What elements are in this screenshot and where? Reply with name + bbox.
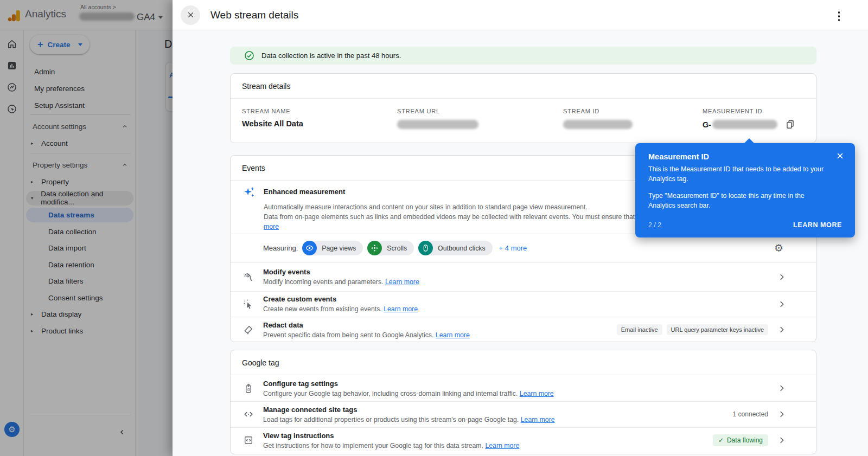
web-stream-details-panel: Web stream details Data collection is ac…: [173, 0, 868, 456]
chevron-right-icon: [777, 409, 787, 419]
email-status-badge: Email inactive: [617, 324, 662, 335]
configure-tag-settings-row[interactable]: G Configure tag settings Configure your …: [231, 375, 816, 401]
learn-more-link[interactable]: Learn more: [521, 416, 555, 423]
check-circle-icon: [244, 50, 254, 61]
tooltip-pagination: 2 / 2: [648, 221, 661, 229]
tooltip-title: Measurement ID: [648, 152, 842, 161]
enhanced-measurement-settings-icon[interactable]: ⚙: [774, 243, 783, 253]
tag-instructions-icon: [243, 435, 254, 446]
more-chips-link[interactable]: + 4 more: [499, 244, 527, 252]
connected-tags-icon: [243, 409, 254, 420]
eraser-icon: [243, 324, 254, 335]
card-title: Stream details: [231, 74, 816, 99]
check-icon: ✓: [718, 436, 724, 444]
mouse-icon: [418, 241, 433, 255]
chevron-right-icon: [777, 383, 787, 393]
modal-scrim[interactable]: [0, 0, 173, 456]
stream-name-value: Website All Data: [242, 119, 397, 128]
connected-count: 1 connected: [733, 410, 768, 418]
gesture-icon: [243, 272, 254, 282]
chip-scrolls[interactable]: Scrolls: [367, 241, 414, 255]
sparkle-icon: [243, 186, 256, 232]
redact-data-row[interactable]: Redact data Prevent specific data from b…: [231, 317, 816, 343]
chevron-right-icon: [777, 435, 787, 445]
tooltip-arrow: [744, 138, 754, 143]
url-query-status-badge: URL query parameter keys inactive: [667, 324, 768, 335]
close-button[interactable]: [181, 5, 200, 25]
chevron-right-icon: [777, 272, 787, 282]
view-tag-instructions-row[interactable]: View tag instructions Get instructions f…: [231, 427, 816, 453]
learn-more-link[interactable]: Learn more: [520, 390, 554, 397]
measuring-label: Measuring:: [263, 244, 298, 252]
modify-events-row[interactable]: Modify events Modify incoming events and…: [231, 262, 816, 291]
scroll-icon: [367, 241, 382, 255]
data-flowing-badge: ✓ Data flowing: [713, 434, 768, 446]
redacted-stream-url: [397, 120, 478, 129]
tooltip-body-2: Type "Measurement ID" to locate this any…: [648, 191, 830, 211]
learn-more-link[interactable]: Learn more: [385, 278, 419, 286]
google-tag-icon: G: [243, 383, 254, 394]
learn-more-link[interactable]: Learn more: [436, 331, 470, 339]
stream-details-card: Stream details STREAM NAME Website All D…: [230, 73, 816, 143]
data-collection-banner: Data collection is active in the past 48…: [230, 47, 816, 65]
copy-icon[interactable]: [785, 119, 795, 130]
manage-connected-site-tags-row[interactable]: Manage connected site tags Load tags for…: [231, 401, 816, 427]
panel-header: Web stream details: [173, 0, 868, 30]
chevron-right-icon: [777, 325, 787, 335]
tooltip-body-1: This is the Measurement ID that needs to…: [648, 165, 830, 184]
svg-text:G: G: [247, 388, 250, 391]
cursor-sparkle-icon: [243, 299, 254, 310]
measurement-id-tooltip: Measurement ID This is the Measurement I…: [635, 143, 855, 237]
ga4-admin-screen: Analytics All accounts > GA4 ⚙: [0, 0, 868, 456]
stream-id-field: STREAM ID: [563, 108, 703, 130]
tooltip-learn-more-button[interactable]: LEARN MORE: [793, 221, 842, 229]
stream-name-field: STREAM NAME Website All Data: [242, 108, 397, 130]
panel-title: Web stream details: [210, 9, 298, 21]
redacted-stream-id: [563, 120, 633, 129]
card-title: Google tag: [231, 350, 816, 375]
eye-icon: [302, 241, 317, 255]
chip-outbound-clicks[interactable]: Outbound clicks: [418, 241, 493, 255]
redacted-measurement-id: [712, 120, 777, 129]
google-tag-card: Google tag G Configure tag settings Conf…: [230, 350, 816, 454]
create-custom-events-row[interactable]: Create custom events Create new events f…: [231, 291, 816, 317]
learn-more-link[interactable]: Learn more: [384, 305, 418, 313]
measurement-id-prefix: G-: [703, 120, 711, 129]
tooltip-close-icon[interactable]: [836, 152, 844, 160]
banner-text: Data collection is active in the past 48…: [261, 52, 401, 60]
more-options-icon[interactable]: [837, 10, 841, 22]
measuring-row: Measuring: Page views Scrolls: [231, 234, 816, 262]
chevron-right-icon: [777, 299, 787, 309]
chip-page-views[interactable]: Page views: [302, 241, 363, 255]
more-link[interactable]: more: [264, 223, 279, 230]
stream-url-field: STREAM URL: [397, 108, 563, 130]
measurement-id-field: MEASUREMENT ID G-: [703, 108, 816, 130]
learn-more-link[interactable]: Learn more: [485, 442, 519, 449]
